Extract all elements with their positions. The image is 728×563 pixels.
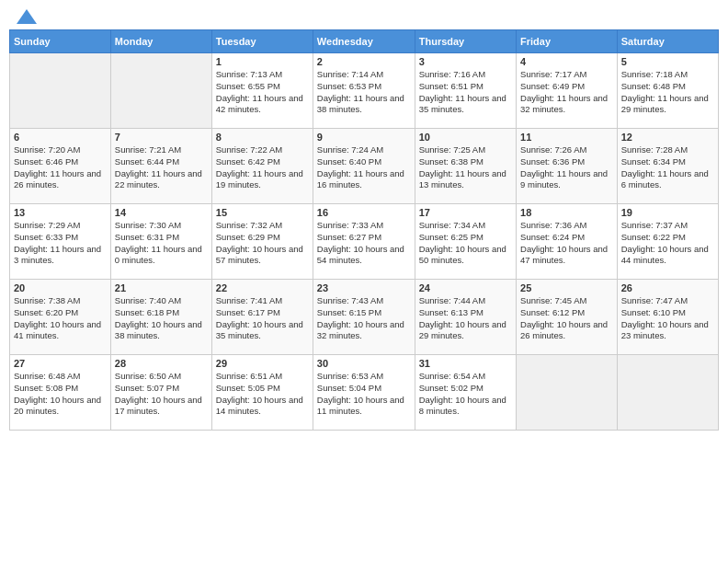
page-header bbox=[9, 9, 719, 22]
column-header-sunday: Sunday bbox=[10, 30, 111, 53]
day-info: Sunrise: 7:36 AMSunset: 6:24 PMDaylight:… bbox=[520, 220, 613, 267]
calendar-cell: 17Sunrise: 7:34 AMSunset: 6:25 PMDayligh… bbox=[415, 204, 516, 280]
calendar-cell: 9Sunrise: 7:24 AMSunset: 6:40 PMDaylight… bbox=[313, 129, 415, 204]
calendar-cell: 5Sunrise: 7:18 AMSunset: 6:48 PMDaylight… bbox=[617, 53, 718, 129]
calendar-cell: 11Sunrise: 7:26 AMSunset: 6:36 PMDayligh… bbox=[517, 129, 618, 204]
day-number: 30 bbox=[317, 358, 411, 369]
day-info: Sunrise: 7:28 AMSunset: 6:34 PMDaylight:… bbox=[621, 144, 714, 191]
day-number: 9 bbox=[317, 132, 411, 143]
day-number: 2 bbox=[317, 56, 411, 67]
day-info: Sunrise: 7:40 AMSunset: 6:18 PMDaylight:… bbox=[115, 295, 208, 342]
svg-marker-0 bbox=[17, 9, 37, 24]
day-info: Sunrise: 7:16 AMSunset: 6:51 PMDaylight:… bbox=[419, 69, 512, 116]
column-header-monday: Monday bbox=[110, 30, 211, 53]
calendar-header-row: SundayMondayTuesdayWednesdayThursdayFrid… bbox=[10, 30, 719, 53]
day-number: 7 bbox=[115, 132, 208, 143]
column-header-thursday: Thursday bbox=[415, 30, 516, 53]
calendar-cell: 2Sunrise: 7:14 AMSunset: 6:53 PMDaylight… bbox=[313, 53, 415, 129]
calendar-cell: 12Sunrise: 7:28 AMSunset: 6:34 PMDayligh… bbox=[617, 129, 718, 204]
day-info: Sunrise: 7:29 AMSunset: 6:33 PMDaylight:… bbox=[14, 220, 107, 267]
day-number: 21 bbox=[115, 282, 208, 293]
day-number: 4 bbox=[520, 56, 613, 67]
day-info: Sunrise: 7:17 AMSunset: 6:49 PMDaylight:… bbox=[520, 69, 613, 116]
day-info: Sunrise: 6:51 AMSunset: 5:05 PMDaylight:… bbox=[216, 371, 309, 418]
day-info: Sunrise: 7:20 AMSunset: 6:46 PMDaylight:… bbox=[14, 144, 107, 191]
day-number: 16 bbox=[317, 207, 411, 218]
calendar-cell: 27Sunrise: 6:48 AMSunset: 5:08 PMDayligh… bbox=[10, 355, 111, 431]
day-number: 19 bbox=[621, 207, 714, 218]
day-number: 22 bbox=[216, 282, 309, 293]
logo-icon bbox=[17, 9, 37, 24]
day-info: Sunrise: 7:32 AMSunset: 6:29 PMDaylight:… bbox=[216, 220, 309, 267]
day-number: 1 bbox=[216, 56, 309, 67]
calendar-cell: 30Sunrise: 6:53 AMSunset: 5:04 PMDayligh… bbox=[313, 355, 415, 431]
day-info: Sunrise: 6:48 AMSunset: 5:08 PMDaylight:… bbox=[14, 371, 107, 418]
day-info: Sunrise: 7:13 AMSunset: 6:55 PMDaylight:… bbox=[216, 69, 309, 116]
calendar-cell: 22Sunrise: 7:41 AMSunset: 6:17 PMDayligh… bbox=[211, 280, 313, 355]
logo bbox=[13, 9, 37, 22]
calendar-week-row: 6Sunrise: 7:20 AMSunset: 6:46 PMDaylight… bbox=[10, 129, 719, 204]
calendar-cell: 21Sunrise: 7:40 AMSunset: 6:18 PMDayligh… bbox=[110, 280, 211, 355]
day-number: 11 bbox=[520, 132, 613, 143]
day-number: 13 bbox=[14, 207, 107, 218]
calendar-cell: 19Sunrise: 7:37 AMSunset: 6:22 PMDayligh… bbox=[617, 204, 718, 280]
day-number: 12 bbox=[621, 132, 714, 143]
day-info: Sunrise: 7:45 AMSunset: 6:12 PMDaylight:… bbox=[520, 295, 613, 342]
day-info: Sunrise: 6:50 AMSunset: 5:07 PMDaylight:… bbox=[115, 371, 208, 418]
day-info: Sunrise: 7:43 AMSunset: 6:15 PMDaylight:… bbox=[317, 295, 411, 342]
calendar-cell: 24Sunrise: 7:44 AMSunset: 6:13 PMDayligh… bbox=[415, 280, 516, 355]
day-info: Sunrise: 7:14 AMSunset: 6:53 PMDaylight:… bbox=[317, 69, 411, 116]
calendar-cell: 31Sunrise: 6:54 AMSunset: 5:02 PMDayligh… bbox=[415, 355, 516, 431]
calendar-cell bbox=[10, 53, 111, 129]
day-number: 15 bbox=[216, 207, 309, 218]
calendar-cell: 1Sunrise: 7:13 AMSunset: 6:55 PMDaylight… bbox=[211, 53, 313, 129]
day-number: 18 bbox=[520, 207, 613, 218]
calendar-table: SundayMondayTuesdayWednesdayThursdayFrid… bbox=[9, 29, 719, 431]
day-info: Sunrise: 7:18 AMSunset: 6:48 PMDaylight:… bbox=[621, 69, 714, 116]
calendar-cell: 23Sunrise: 7:43 AMSunset: 6:15 PMDayligh… bbox=[313, 280, 415, 355]
day-number: 23 bbox=[317, 282, 411, 293]
column-header-wednesday: Wednesday bbox=[313, 30, 415, 53]
calendar-cell: 4Sunrise: 7:17 AMSunset: 6:49 PMDaylight… bbox=[517, 53, 618, 129]
day-info: Sunrise: 7:33 AMSunset: 6:27 PMDaylight:… bbox=[317, 220, 411, 267]
calendar-cell: 6Sunrise: 7:20 AMSunset: 6:46 PMDaylight… bbox=[10, 129, 111, 204]
day-number: 5 bbox=[621, 56, 714, 67]
calendar-week-row: 27Sunrise: 6:48 AMSunset: 5:08 PMDayligh… bbox=[10, 355, 719, 431]
column-header-saturday: Saturday bbox=[617, 30, 718, 53]
day-info: Sunrise: 7:41 AMSunset: 6:17 PMDaylight:… bbox=[216, 295, 309, 342]
calendar-cell: 13Sunrise: 7:29 AMSunset: 6:33 PMDayligh… bbox=[10, 204, 111, 280]
day-number: 24 bbox=[419, 282, 512, 293]
day-number: 31 bbox=[419, 358, 512, 369]
day-number: 14 bbox=[115, 207, 208, 218]
day-info: Sunrise: 6:54 AMSunset: 5:02 PMDaylight:… bbox=[419, 371, 512, 418]
day-number: 20 bbox=[14, 282, 107, 293]
calendar-cell: 3Sunrise: 7:16 AMSunset: 6:51 PMDaylight… bbox=[415, 53, 516, 129]
day-info: Sunrise: 7:34 AMSunset: 6:25 PMDaylight:… bbox=[419, 220, 512, 267]
day-info: Sunrise: 6:53 AMSunset: 5:04 PMDaylight:… bbox=[317, 371, 411, 418]
day-info: Sunrise: 7:44 AMSunset: 6:13 PMDaylight:… bbox=[419, 295, 512, 342]
day-number: 27 bbox=[14, 358, 107, 369]
day-number: 25 bbox=[520, 282, 613, 293]
day-info: Sunrise: 7:26 AMSunset: 6:36 PMDaylight:… bbox=[520, 144, 613, 191]
day-number: 3 bbox=[419, 56, 512, 67]
day-number: 17 bbox=[419, 207, 512, 218]
day-info: Sunrise: 7:22 AMSunset: 6:42 PMDaylight:… bbox=[216, 144, 309, 191]
day-info: Sunrise: 7:47 AMSunset: 6:10 PMDaylight:… bbox=[621, 295, 714, 342]
day-number: 29 bbox=[216, 358, 309, 369]
column-header-tuesday: Tuesday bbox=[211, 30, 313, 53]
day-number: 8 bbox=[216, 132, 309, 143]
day-number: 6 bbox=[14, 132, 107, 143]
calendar-cell: 16Sunrise: 7:33 AMSunset: 6:27 PMDayligh… bbox=[313, 204, 415, 280]
calendar-cell: 14Sunrise: 7:30 AMSunset: 6:31 PMDayligh… bbox=[110, 204, 211, 280]
day-number: 28 bbox=[115, 358, 208, 369]
day-info: Sunrise: 7:30 AMSunset: 6:31 PMDaylight:… bbox=[115, 220, 208, 267]
day-info: Sunrise: 7:25 AMSunset: 6:38 PMDaylight:… bbox=[419, 144, 512, 191]
day-number: 26 bbox=[621, 282, 714, 293]
day-info: Sunrise: 7:24 AMSunset: 6:40 PMDaylight:… bbox=[317, 144, 411, 191]
calendar-cell: 8Sunrise: 7:22 AMSunset: 6:42 PMDaylight… bbox=[211, 129, 313, 204]
calendar-cell: 26Sunrise: 7:47 AMSunset: 6:10 PMDayligh… bbox=[617, 280, 718, 355]
calendar-cell: 10Sunrise: 7:25 AMSunset: 6:38 PMDayligh… bbox=[415, 129, 516, 204]
calendar-cell: 28Sunrise: 6:50 AMSunset: 5:07 PMDayligh… bbox=[110, 355, 211, 431]
calendar-cell: 25Sunrise: 7:45 AMSunset: 6:12 PMDayligh… bbox=[517, 280, 618, 355]
day-info: Sunrise: 7:37 AMSunset: 6:22 PMDaylight:… bbox=[621, 220, 714, 267]
